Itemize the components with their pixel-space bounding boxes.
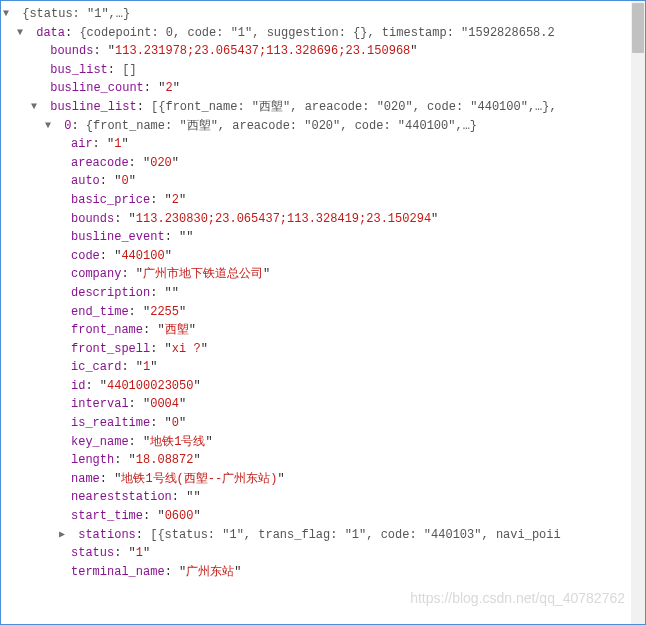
- val-bus-list: []: [122, 63, 136, 77]
- chevron-down-icon[interactable]: [17, 25, 27, 41]
- chevron-right-icon[interactable]: [59, 527, 69, 543]
- data-summary: {codepoint: 0, code: "1", suggestion: {}…: [79, 26, 554, 40]
- item-0-node[interactable]: 0: {front_name: "西塱", areacode: "020", c…: [3, 117, 643, 136]
- prop-description[interactable]: description: "": [3, 284, 643, 303]
- prop-basic-price[interactable]: basic_price: "2": [3, 191, 643, 210]
- key-busline-count: busline_count: [50, 81, 144, 95]
- prop-length[interactable]: length: "18.08872": [3, 451, 643, 470]
- prop-id[interactable]: id: "440100023050": [3, 377, 643, 396]
- prop-name[interactable]: name: "地铁1号线(西塱--广州东站)": [3, 470, 643, 489]
- prop-air[interactable]: air: "1": [3, 135, 643, 154]
- prop-front-spell[interactable]: front_spell: "xi ?": [3, 340, 643, 359]
- item-0-summary: {front_name: "西塱", areacode: "020", code…: [86, 119, 477, 133]
- busline-list-summary: [{front_name: "西塱", areacode: "020", cod…: [151, 100, 557, 114]
- stations-node[interactable]: stations: [{status: "1", trans_flag: "1"…: [3, 526, 643, 545]
- prop-key-name[interactable]: key_name: "地铁1号线": [3, 433, 643, 452]
- val-bounds: 113.231978;23.065437;113.328696;23.15096…: [115, 44, 410, 58]
- chevron-down-icon[interactable]: [31, 99, 41, 115]
- data-node[interactable]: data: {codepoint: 0, code: "1", suggesti…: [3, 24, 643, 43]
- val-busline-count: 2: [165, 81, 172, 95]
- prop-terminal-name[interactable]: terminal_name: "广州东站": [3, 563, 643, 582]
- prop-end-time[interactable]: end_time: "2255": [3, 303, 643, 322]
- prop-front-name[interactable]: front_name: "西塱": [3, 321, 643, 340]
- root-summary: {status: "1",…}: [22, 7, 130, 21]
- prop-start-time[interactable]: start_time: "0600": [3, 507, 643, 526]
- prop-bounds2[interactable]: bounds: "113.230830;23.065437;113.328419…: [3, 210, 643, 229]
- prop-interval[interactable]: interval: "0004": [3, 395, 643, 414]
- key-stations: stations: [78, 528, 136, 542]
- prop-code[interactable]: code: "440100": [3, 247, 643, 266]
- prop-bus-list[interactable]: bus_list: []: [3, 61, 643, 80]
- stations-summary: [{status: "1", trans_flag: "1", code: "4…: [150, 528, 560, 542]
- key-busline-list: busline_list: [50, 100, 136, 114]
- prop-bounds[interactable]: bounds: "113.231978;23.065437;113.328696…: [3, 42, 643, 61]
- prop-company[interactable]: company: "广州市地下铁道总公司": [3, 265, 643, 284]
- key-bus-list: bus_list: [50, 63, 108, 77]
- chevron-down-icon[interactable]: [3, 6, 13, 22]
- prop-ic-card[interactable]: ic_card: "1": [3, 358, 643, 377]
- prop-neareststation[interactable]: neareststation: "": [3, 488, 643, 507]
- prop-is-realtime[interactable]: is_realtime: "0": [3, 414, 643, 433]
- root-node[interactable]: {status: "1",…}: [3, 5, 643, 24]
- json-viewer-panel: {status: "1",…} data: {codepoint: 0, cod…: [0, 0, 646, 625]
- key-bounds: bounds: [50, 44, 93, 58]
- prop-areacode[interactable]: areacode: "020": [3, 154, 643, 173]
- chevron-down-icon[interactable]: [45, 118, 55, 134]
- watermark-text: https://blog.csdn.net/qq_40782762: [410, 590, 625, 606]
- vertical-scrollbar[interactable]: [631, 1, 645, 624]
- busline-list-node[interactable]: busline_list: [{front_name: "西塱", areaco…: [3, 98, 643, 117]
- prop-auto[interactable]: auto: "0": [3, 172, 643, 191]
- prop-busline-event[interactable]: busline_event: "": [3, 228, 643, 247]
- json-tree: {status: "1",…} data: {codepoint: 0, cod…: [1, 1, 645, 585]
- key-data: data: [36, 26, 65, 40]
- prop-busline-count[interactable]: busline_count: "2": [3, 79, 643, 98]
- prop-status[interactable]: status: "1": [3, 544, 643, 563]
- scroll-thumb[interactable]: [632, 3, 644, 53]
